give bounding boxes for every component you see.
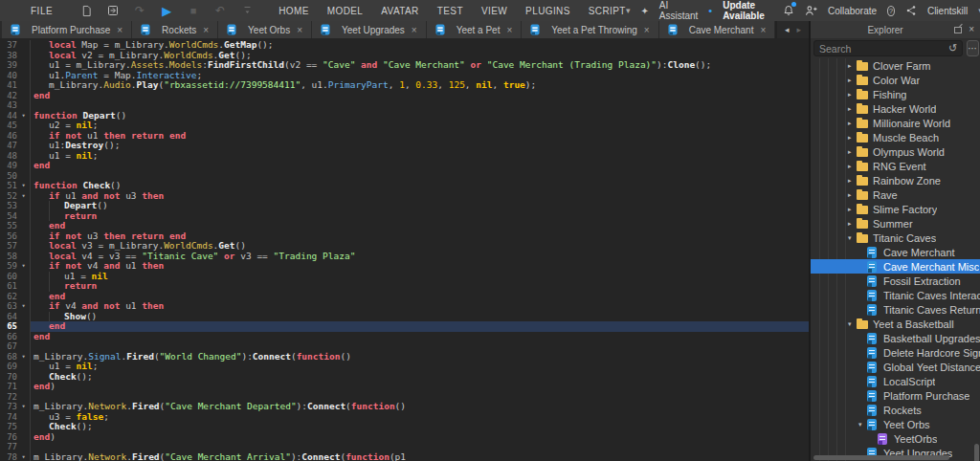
editor-tab[interactable]: Yeet a Pet Throwing ×	[522, 21, 657, 38]
code-line[interactable]: 53 Depart()	[0, 201, 809, 211]
code-line[interactable]: 60 u1 = nil	[0, 272, 809, 282]
expand-arrow-icon[interactable]: ▸	[848, 77, 857, 84]
fold-arrow-icon[interactable]	[17, 241, 30, 252]
menu-item[interactable]: HOME	[278, 6, 309, 16]
explorer-item[interactable]: ▸ Rave	[811, 187, 980, 202]
explorer-search-box[interactable]: ↺	[813, 40, 963, 56]
editor-tab[interactable]: Rockets ×	[132, 21, 217, 38]
explorer-item[interactable]: ▸ Summer	[811, 216, 980, 230]
expand-arrow-icon[interactable]: ▸	[848, 177, 857, 185]
code-line[interactable]: 44 ▾ function Depart()	[0, 111, 809, 121]
explorer-item[interactable]: Cave Merchant	[811, 245, 980, 259]
tab-scroll-right-icon[interactable]: ▸	[796, 25, 801, 34]
fold-arrow-icon[interactable]	[17, 80, 30, 91]
editor-tab[interactable]: Yeet Upgrades ×	[312, 21, 426, 38]
explorer-item[interactable]: Platform Purchase	[811, 388, 980, 403]
editor-tab[interactable]: Yeet Orbs ×	[218, 21, 311, 38]
code-line[interactable]: 76 end)	[0, 432, 809, 443]
code-line[interactable]: 47 u1:Destroy();	[0, 141, 809, 151]
fold-arrow-icon[interactable]	[17, 372, 30, 383]
code-line[interactable]: 41 m_Library.Audio.Play("rbxassetid://73…	[0, 80, 809, 91]
fold-arrow-icon[interactable]	[17, 252, 30, 262]
fold-arrow-icon[interactable]	[17, 51, 30, 61]
new-file-icon[interactable]	[79, 4, 93, 17]
fold-arrow-icon[interactable]: ▾	[17, 191, 30, 202]
code-line[interactable]: 66 end	[0, 332, 809, 342]
expand-arrow-icon[interactable]: ▸	[848, 163, 857, 170]
fold-arrow-icon[interactable]	[17, 201, 30, 211]
explorer-item[interactable]: ▸ Color War	[811, 73, 980, 87]
explorer-item[interactable]: ▸ Muscle Beach	[811, 130, 980, 144]
float-window-icon[interactable]	[954, 27, 962, 33]
fold-arrow-icon[interactable]: ▾	[17, 352, 30, 362]
menu-item[interactable]: TEST	[437, 6, 463, 16]
tab-close-icon[interactable]: ×	[644, 25, 650, 35]
code-line[interactable]: 69 u1 = nil;	[0, 362, 809, 372]
expand-arrow-icon[interactable]: ▸	[848, 120, 857, 127]
code-line[interactable]: 59 ▾ if not v4 and u1 then	[0, 261, 809, 272]
code-line[interactable]: 68 ▾ m_Library.Signal.Fired("World Chang…	[0, 352, 809, 362]
fold-arrow-icon[interactable]	[17, 312, 30, 322]
explorer-item[interactable]: ▾ Titanic Caves	[811, 230, 980, 245]
fold-arrow-icon[interactable]: ▾	[17, 111, 30, 121]
code-line[interactable]: 49 end	[0, 161, 809, 171]
fold-arrow-icon[interactable]	[17, 231, 30, 242]
run-dropdown-icon[interactable]	[240, 4, 254, 17]
undo-icon[interactable]: ↶	[213, 4, 227, 17]
expand-arrow-icon[interactable]: ▸	[848, 220, 857, 228]
tab-close-icon[interactable]: ×	[760, 25, 766, 35]
expand-arrow-icon[interactable]: ▸	[848, 105, 857, 113]
fold-arrow-icon[interactable]	[17, 392, 30, 403]
fold-arrow-icon[interactable]	[17, 60, 30, 71]
explorer-item[interactable]: Cave Merchant Misc	[811, 259, 980, 274]
code-line[interactable]: 74 u3 = false;	[0, 412, 809, 423]
explorer-item[interactable]: ▸ Hacker World	[811, 101, 980, 116]
fold-arrow-icon[interactable]	[17, 131, 30, 142]
code-line[interactable]: 75 Check();	[0, 422, 809, 432]
fold-arrow-icon[interactable]	[17, 422, 30, 432]
code-line[interactable]: 64 Show()	[0, 312, 809, 322]
ribbon-collapse-icon[interactable]: ▾	[626, 6, 631, 15]
explorer-item[interactable]: ▸ Fishing	[811, 87, 980, 101]
fold-arrow-icon[interactable]	[17, 281, 30, 292]
tab-scroll-left-icon[interactable]: ◂	[785, 25, 790, 34]
explorer-item[interactable]: LocalScript	[811, 374, 980, 388]
explorer-item[interactable]: ▸ Clover Farm	[811, 58, 980, 73]
fold-arrow-icon[interactable]	[17, 151, 30, 162]
fold-arrow-icon[interactable]	[17, 40, 30, 51]
fold-arrow-icon[interactable]	[17, 71, 30, 81]
explorer-item[interactable]: ▸ Olympus World	[811, 144, 980, 159]
fold-arrow-icon[interactable]: ▾	[17, 402, 30, 412]
fold-arrow-icon[interactable]	[17, 171, 30, 182]
fold-arrow-icon[interactable]	[17, 382, 30, 392]
code-line[interactable]: 52 ▾ if u1 and not u3 then	[0, 191, 809, 202]
fold-arrow-icon[interactable]	[17, 321, 30, 332]
play-button[interactable]: ▶	[160, 4, 173, 17]
update-available-button[interactable]: Update Available	[723, 0, 772, 21]
editor-tab[interactable]: Yeet a Pet ×	[427, 21, 522, 38]
explorer-item[interactable]: ▸ Rainbow Zone	[811, 173, 980, 187]
code-line[interactable]: 71 end)	[0, 382, 809, 392]
code-line[interactable]: 61 return	[0, 281, 809, 292]
code-line[interactable]: 63 ▾ if v4 and not u1 then	[0, 301, 809, 312]
code-line[interactable]: 42 end	[0, 91, 809, 101]
fold-arrow-icon[interactable]	[17, 412, 30, 423]
menu-item[interactable]: MODEL	[327, 6, 364, 16]
explorer-more-button[interactable]: ⋯	[967, 40, 979, 56]
code-line[interactable]: 54 return	[0, 211, 809, 222]
explorer-item[interactable]: Global Yeet Distance L	[811, 360, 980, 374]
fold-arrow-icon[interactable]	[17, 100, 30, 111]
expand-arrow-icon[interactable]: ▾	[858, 421, 867, 428]
code-line[interactable]: 73 ▾ m_Library.Network.Fired("Cave Merch…	[0, 402, 809, 412]
explorer-item[interactable]: ▸ Slime Factory	[811, 202, 980, 216]
expand-arrow-icon[interactable]: ▾	[848, 234, 857, 242]
fold-arrow-icon[interactable]	[17, 141, 30, 151]
open-icon[interactable]	[106, 4, 120, 17]
code-line[interactable]: 78 ▾ m_Library.Network.Fired("Cave Merch…	[0, 452, 809, 461]
tab-close-icon[interactable]: ×	[506, 25, 512, 35]
explorer-item[interactable]: Titanic Caves Interacti	[811, 288, 980, 302]
tab-close-icon[interactable]: ×	[297, 25, 302, 35]
code-line[interactable]: 65 end	[0, 321, 809, 332]
explorer-item[interactable]: ▾ Yeet Orbs	[811, 417, 980, 431]
menu-item[interactable]: VIEW	[481, 6, 507, 16]
